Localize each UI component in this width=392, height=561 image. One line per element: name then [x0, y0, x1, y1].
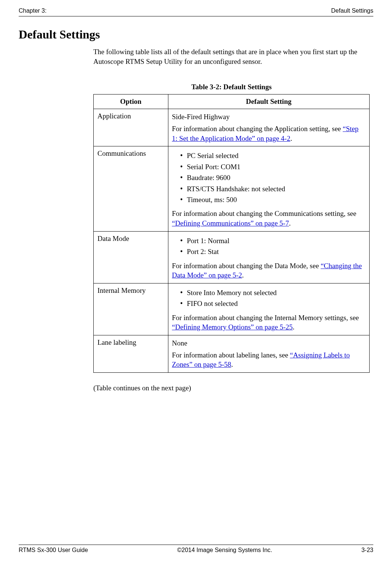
cell-option: Internal Memory	[94, 283, 168, 335]
column-header-option: Option	[94, 94, 168, 109]
list-item: FIFO not selected	[180, 298, 365, 309]
bullet-list: Store Into Memory not selected FIFO not …	[172, 287, 365, 309]
cell-default: Side-Fired Highway For information about…	[168, 109, 369, 146]
cell-default: None For information about labeling lane…	[168, 335, 369, 372]
header-left: Chapter 3:	[19, 7, 47, 14]
cell-default: Store Into Memory not selected FIFO not …	[168, 283, 369, 335]
footer-right: 3-23	[361, 547, 373, 554]
cell-option: Application	[94, 109, 168, 146]
cell-info: For information about changing the Commu…	[172, 209, 365, 228]
cell-text: Side-Fired Highway	[172, 112, 365, 122]
intro-text: The following table lists all of the def…	[93, 47, 370, 66]
cell-default: Port 1: Normal Port 2: Stat For informat…	[168, 231, 369, 283]
cell-option: Communications	[94, 146, 168, 231]
list-item: Port 2: Stat	[180, 246, 365, 257]
list-item: PC Serial selected	[180, 150, 365, 161]
table-caption: Table 3-2: Default Settings	[93, 83, 370, 91]
footer-center: ©2014 Image Sensing Systems Inc.	[177, 547, 272, 554]
cell-info: For information about labeling lanes, se…	[172, 350, 365, 369]
table-continues-note: (Table continues on the next page)	[93, 384, 370, 392]
info-prefix: For information about changing the Commu…	[172, 210, 357, 217]
info-prefix: For information about changing the Inter…	[172, 314, 359, 322]
cell-info: For information about changing the Inter…	[172, 313, 365, 332]
header-right: Default Settings	[331, 7, 373, 14]
content-block: The following table lists all of the def…	[93, 47, 370, 392]
info-suffix: .	[289, 219, 291, 227]
bullet-list: PC Serial selected Serial Port: COM1 Bau…	[172, 150, 365, 205]
info-suffix: .	[242, 271, 244, 279]
info-prefix: For information about labeling lanes, se…	[172, 351, 290, 359]
table-row: Communications PC Serial selected Serial…	[94, 146, 370, 231]
cell-option: Data Mode	[94, 231, 168, 283]
list-item: Serial Port: COM1	[180, 161, 365, 172]
table-row: Internal Memory Store Into Memory not se…	[94, 283, 370, 335]
list-item: Baudrate: 9600	[180, 172, 365, 183]
list-item: Store Into Memory not selected	[180, 287, 365, 298]
cell-default: PC Serial selected Serial Port: COM1 Bau…	[168, 146, 369, 231]
list-item: RTS/CTS Handshake: not selected	[180, 183, 365, 194]
bullet-list: Port 1: Normal Port 2: Stat	[172, 235, 365, 257]
info-prefix: For information about changing the Data …	[172, 262, 321, 270]
table-row: Application Side-Fired Highway For infor…	[94, 109, 370, 146]
cell-info: For information about changing the Data …	[172, 261, 365, 280]
xref-link[interactable]: “Defining Memory Options” on page 5-25	[172, 323, 293, 331]
info-suffix: .	[293, 323, 295, 331]
settings-table: Option Default Setting Application Side-…	[93, 94, 370, 373]
section-title: Default Settings	[19, 28, 373, 41]
xref-link[interactable]: “Defining Communications” on page 5-7	[172, 219, 289, 227]
info-prefix: For information about changing the Appli…	[172, 125, 343, 133]
footer-left: RTMS Sx-300 User Guide	[19, 547, 88, 554]
info-suffix: .	[231, 360, 233, 368]
table-row: Lane labeling None For information about…	[94, 335, 370, 372]
cell-info: For information about changing the Appli…	[172, 124, 365, 143]
list-item: Port 1: Normal	[180, 235, 365, 246]
page-footer: RTMS Sx-300 User Guide ©2014 Image Sensi…	[19, 545, 373, 554]
cell-text: None	[172, 338, 365, 348]
table-header-row: Option Default Setting	[94, 94, 370, 109]
page-header: Chapter 3: Default Settings	[19, 7, 373, 16]
list-item: Timeout, ms: 500	[180, 194, 365, 205]
table-row: Data Mode Port 1: Normal Port 2: Stat Fo…	[94, 231, 370, 283]
column-header-default: Default Setting	[168, 94, 369, 109]
cell-option: Lane labeling	[94, 335, 168, 372]
info-suffix: .	[290, 134, 292, 142]
